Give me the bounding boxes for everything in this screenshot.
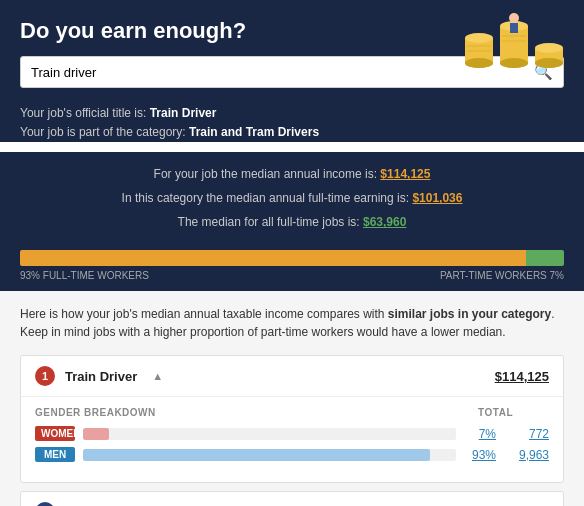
gender-breakdown: GENDER BREAKDOWN TOTAL WOMEN 7% 772 MEN [21, 396, 563, 482]
official-title-label: Your job's official title is: [20, 106, 146, 120]
category-label: Your job is part of the category: [20, 125, 186, 139]
svg-point-7 [500, 58, 528, 68]
men-tag: MEN [35, 447, 75, 462]
svg-rect-13 [510, 23, 518, 33]
income-value-3[interactable]: $63,960 [363, 215, 406, 229]
main-content: Here is how your job's median annual tax… [0, 291, 584, 506]
full-time-bar [20, 250, 526, 266]
category-name: Train and Tram Drivers [189, 125, 319, 139]
job-name-1: Train Driver [65, 369, 137, 384]
income-line-2: In this category the median annual full-… [20, 186, 564, 210]
job-row-2-header[interactable]: 2 Tram Driver ▼ $84,967 [21, 492, 563, 506]
full-time-label: 93% FULL-TIME WORKERS [20, 270, 149, 281]
gender-breakdown-label: GENDER BREAKDOWN [35, 407, 156, 418]
rank-badge-1: 1 [35, 366, 55, 386]
women-bar [83, 428, 109, 440]
women-tag: WOMEN [35, 426, 75, 441]
progress-labels: 93% FULL-TIME WORKERS PART-TIME WORKERS … [20, 266, 564, 291]
chevron-up-icon-1: ▲ [152, 370, 163, 382]
gender-breakdown-header: GENDER BREAKDOWN TOTAL [35, 407, 549, 418]
job-row-2-left: 2 Tram Driver ▼ [35, 502, 163, 506]
header-illustration [459, 8, 569, 76]
income-line-3: The median for all full-time jobs is: $6… [20, 210, 564, 234]
men-pct: 93% [464, 448, 496, 462]
job-row-1-header[interactable]: 1 Train Driver ▲ $114,125 [21, 356, 563, 396]
women-pct: 7% [464, 427, 496, 441]
men-total: 9,963 [504, 448, 549, 462]
part-time-bar [526, 250, 564, 266]
header-section: Do you earn enough? 🔍 Your job's officia… [0, 0, 584, 142]
income-value-1[interactable]: $114,125 [380, 167, 430, 181]
official-title: Train Driver [150, 106, 217, 120]
women-row: WOMEN 7% 772 [35, 426, 549, 441]
women-total: 772 [504, 427, 549, 441]
income-value-2[interactable]: $101,036 [412, 191, 462, 205]
men-bar-container [83, 449, 456, 461]
svg-point-3 [465, 58, 493, 68]
svg-point-10 [535, 43, 563, 53]
part-time-label: PART-TIME WORKERS 7% [440, 270, 564, 281]
job-row-1-left: 1 Train Driver ▲ [35, 366, 163, 386]
rank-badge-2: 2 [35, 502, 55, 506]
women-bar-container [83, 428, 456, 440]
description-text: Here is how your job's median annual tax… [20, 305, 564, 341]
men-bar [83, 449, 430, 461]
total-label: TOTAL [478, 407, 513, 418]
svg-point-11 [535, 58, 563, 68]
svg-point-12 [509, 13, 519, 23]
svg-point-2 [465, 33, 493, 43]
income-stats-section: For your job the median annual income is… [0, 152, 584, 250]
job-row-1: 1 Train Driver ▲ $114,125 GENDER BREAKDO… [20, 355, 564, 483]
job-info: Your job's official title is: Train Driv… [20, 104, 564, 142]
progress-bar [20, 250, 564, 266]
men-row: MEN 93% 9,963 [35, 447, 549, 462]
job-income-1: $114,125 [495, 369, 549, 384]
job-row-2: 2 Tram Driver ▼ $84,967 [20, 491, 564, 506]
income-line-1: For your job the median annual income is… [20, 162, 564, 186]
progress-bar-section: 93% FULL-TIME WORKERS PART-TIME WORKERS … [0, 250, 584, 291]
